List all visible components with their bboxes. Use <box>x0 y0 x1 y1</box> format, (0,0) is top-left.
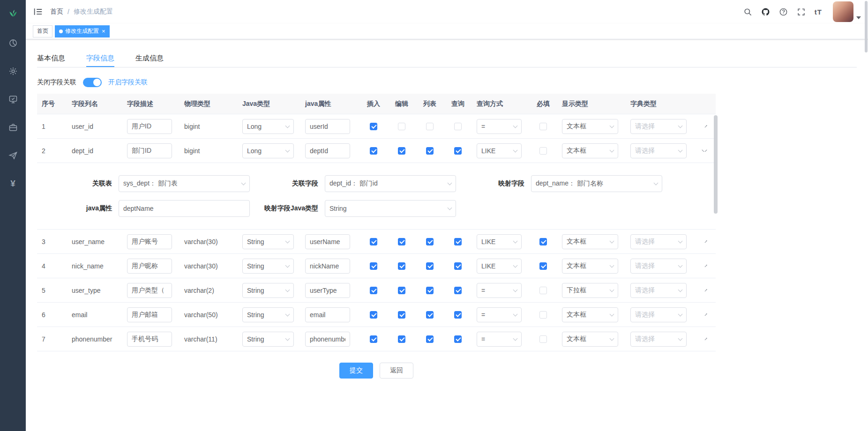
dict-type-select[interactable]: 请选择 <box>630 283 687 298</box>
edit-checkbox[interactable] <box>398 123 405 130</box>
description-input[interactable] <box>127 119 172 134</box>
java-type-select[interactable]: Long <box>242 119 294 134</box>
dict-type-select[interactable]: 请选择 <box>630 143 687 158</box>
list-checkbox[interactable] <box>426 311 434 319</box>
table-scrollbar[interactable] <box>714 115 718 214</box>
breadcrumb-home[interactable]: 首页 <box>50 7 63 16</box>
dict-type-select[interactable]: 请选择 <box>630 332 687 347</box>
insert-checkbox[interactable] <box>370 311 377 319</box>
app-logo[interactable] <box>0 0 26 26</box>
expand-row-icon[interactable] <box>702 149 707 152</box>
query-checkbox[interactable] <box>454 262 462 270</box>
help-icon[interactable] <box>779 7 788 16</box>
list-checkbox[interactable] <box>426 238 434 245</box>
query-type-select[interactable]: = <box>477 119 522 134</box>
list-checkbox[interactable] <box>426 262 434 270</box>
description-input[interactable] <box>127 283 172 298</box>
search-icon[interactable] <box>743 7 752 16</box>
java-property-input[interactable] <box>305 332 350 347</box>
required-checkbox[interactable] <box>539 238 547 245</box>
association-on-link[interactable]: 开启字段关联 <box>108 78 148 87</box>
list-checkbox[interactable] <box>426 123 434 130</box>
dict-type-select[interactable]: 请选择 <box>630 307 687 322</box>
java-property-input[interactable] <box>305 283 350 298</box>
edit-checkbox[interactable] <box>398 311 405 319</box>
query-type-select[interactable]: LIKE <box>477 259 522 274</box>
tab-field-info[interactable]: 字段信息 <box>86 49 114 67</box>
edit-checkbox[interactable] <box>398 147 405 155</box>
expand-row-icon[interactable] <box>702 125 707 127</box>
edit-checkbox[interactable] <box>398 238 405 245</box>
query-type-select[interactable]: = <box>477 332 522 347</box>
description-input[interactable] <box>127 307 172 322</box>
java-property-input[interactable] <box>119 200 250 217</box>
required-checkbox[interactable] <box>539 287 547 294</box>
sidebar-item-dashboard[interactable] <box>8 38 18 48</box>
edit-checkbox[interactable] <box>398 287 405 294</box>
query-type-select[interactable]: LIKE <box>477 143 522 158</box>
font-size-icon[interactable]: tT <box>815 8 822 16</box>
dict-type-select[interactable]: 请选择 <box>630 259 687 274</box>
display-type-select[interactable]: 文本框 <box>562 259 618 274</box>
sidebar-item-settings[interactable] <box>8 66 18 76</box>
insert-checkbox[interactable] <box>370 335 377 343</box>
query-checkbox[interactable] <box>454 287 462 294</box>
user-menu[interactable] <box>833 1 861 22</box>
query-checkbox[interactable] <box>454 238 462 245</box>
collapse-menu-icon[interactable] <box>33 7 43 17</box>
description-input[interactable] <box>127 234 172 249</box>
query-checkbox[interactable] <box>454 311 462 319</box>
avatar[interactable] <box>833 1 853 22</box>
display-type-select[interactable]: 文本框 <box>562 234 618 249</box>
display-type-select[interactable]: 文本框 <box>562 307 618 322</box>
sidebar-item-pay[interactable]: ¥ <box>8 178 18 189</box>
association-toggle[interactable] <box>83 78 102 87</box>
edit-checkbox[interactable] <box>398 262 405 270</box>
window-scrollbar[interactable] <box>865 1 868 52</box>
relation-table-select[interactable]: sys_dept： 部门表 <box>119 175 250 192</box>
query-checkbox[interactable] <box>454 123 462 130</box>
java-type-select[interactable]: String <box>242 283 294 298</box>
back-button[interactable]: 返回 <box>380 363 413 379</box>
dict-type-select[interactable]: 请选择 <box>630 119 687 134</box>
expand-row-icon[interactable] <box>702 240 707 243</box>
description-input[interactable] <box>127 332 172 347</box>
insert-checkbox[interactable] <box>370 287 377 294</box>
query-type-select[interactable]: = <box>477 283 522 298</box>
required-checkbox[interactable] <box>539 147 547 155</box>
sidebar-item-deploy[interactable] <box>8 150 18 161</box>
query-checkbox[interactable] <box>454 147 462 155</box>
java-property-input[interactable] <box>305 259 350 274</box>
java-type-select[interactable]: String <box>242 332 294 347</box>
expand-row-icon[interactable] <box>702 313 707 316</box>
tag-home[interactable]: 首页 <box>33 25 52 37</box>
query-type-select[interactable]: = <box>477 307 522 322</box>
required-checkbox[interactable] <box>539 123 547 130</box>
sidebar-item-monitor[interactable] <box>8 94 18 104</box>
github-icon[interactable] <box>761 7 770 16</box>
query-type-select[interactable]: LIKE <box>477 234 522 249</box>
description-input[interactable] <box>127 259 172 274</box>
description-input[interactable] <box>127 143 172 158</box>
java-type-select[interactable]: String <box>242 307 294 322</box>
query-checkbox[interactable] <box>454 335 462 343</box>
java-type-select[interactable]: String <box>242 259 294 274</box>
submit-button[interactable]: 提交 <box>339 363 373 379</box>
edit-checkbox[interactable] <box>398 335 405 343</box>
list-checkbox[interactable] <box>426 287 434 294</box>
list-checkbox[interactable] <box>426 147 434 155</box>
java-property-input[interactable] <box>305 234 350 249</box>
tab-gen-info[interactable]: 生成信息 <box>135 49 164 67</box>
required-checkbox[interactable] <box>539 335 547 343</box>
mapping-field-select[interactable]: dept_name： 部门名称 <box>531 175 662 192</box>
insert-checkbox[interactable] <box>370 262 377 270</box>
expand-row-icon[interactable] <box>702 338 707 340</box>
java-type-select[interactable]: String <box>242 234 294 249</box>
required-checkbox[interactable] <box>539 262 547 270</box>
fullscreen-icon[interactable] <box>797 7 806 16</box>
close-icon[interactable]: × <box>102 28 105 34</box>
dict-type-select[interactable]: 请选择 <box>630 234 687 249</box>
display-type-select[interactable]: 文本框 <box>562 332 618 347</box>
insert-checkbox[interactable] <box>370 147 377 155</box>
insert-checkbox[interactable] <box>370 238 377 245</box>
